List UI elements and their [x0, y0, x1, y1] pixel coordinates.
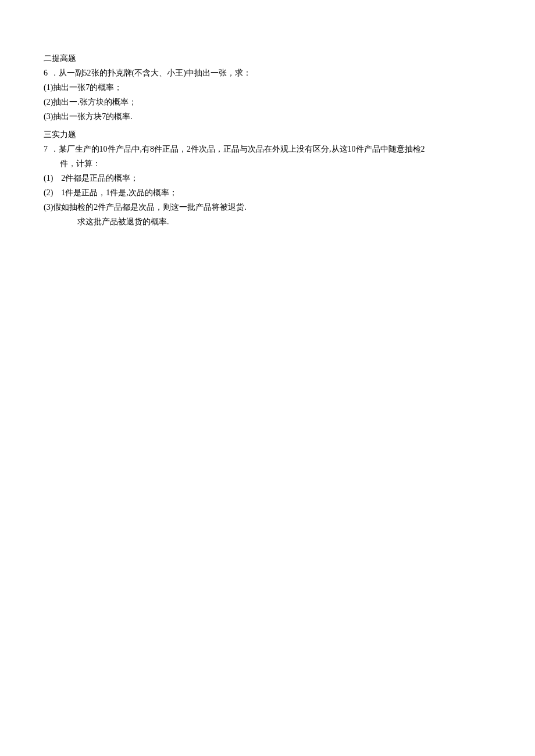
- q7-number: 7: [44, 145, 48, 153]
- q7-stem: ．某厂生产的10件产品中,有8件正品，2件次品，正品与次品在外观上没有区分,从这…: [51, 145, 425, 153]
- q6-part3: (3)抽出一张方块7的概率.: [44, 110, 491, 123]
- section-title-2: 二提高题: [44, 52, 491, 65]
- q7-part1: (1) 2件都是正品的概率；: [44, 172, 491, 184]
- q7-part3a: (3)假如抽检的2件产品都是次品，则这一批产品将被退货.: [44, 201, 491, 213]
- q7-stem-line2: 件，计算：: [44, 157, 491, 170]
- q7-stem-line1: 7 ．某厂生产的10件产品中,有8件正品，2件次品，正品与次品在外观上没有区分,…: [44, 143, 491, 155]
- section-title-3: 三实力题: [44, 128, 491, 141]
- q7-part3b: 求这批产品被退货的概率.: [44, 216, 491, 228]
- q6-number: 6: [44, 69, 48, 77]
- section-advanced: 二提高题 6 ．从一副52张的扑克牌(不含大、小王)中抽出一张，求： (1)抽出…: [44, 52, 491, 123]
- q6-part1: (1)抽出一张7的概率；: [44, 81, 491, 94]
- q6-part2: (2)抽出一.张方块的概率；: [44, 96, 491, 108]
- q7-part2: (2) 1件是正品，1件是,次品的概率；: [44, 187, 491, 199]
- section-strength: 三实力题 7 ．某厂生产的10件产品中,有8件正品，2件次品，正品与次品在外观上…: [44, 128, 491, 228]
- q6-stem: ．从一副52张的扑克牌(不含大、小王)中抽出一张，求：: [51, 69, 251, 77]
- q6-stem-line: 6 ．从一副52张的扑克牌(不含大、小王)中抽出一张，求：: [44, 67, 491, 79]
